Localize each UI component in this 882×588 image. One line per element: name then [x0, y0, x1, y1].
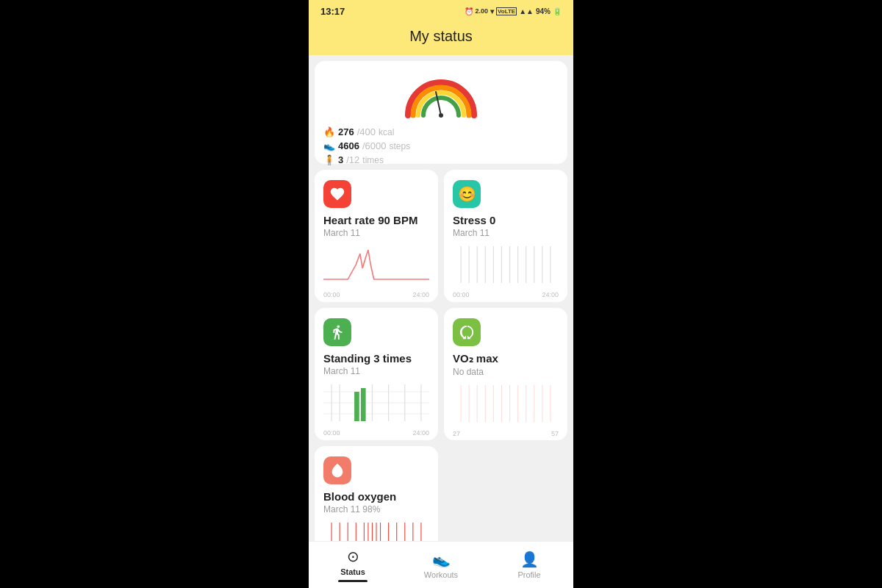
battery-text: 94%	[536, 7, 551, 15]
heart-rate-chart: 00:00 24:00	[323, 243, 429, 295]
stress-time-end: 24:00	[542, 291, 559, 298]
standing-date: March 11	[323, 366, 429, 376]
profile-nav-icon: 👤	[520, 551, 539, 568]
wifi-icon: ▾	[490, 7, 494, 15]
stress-title: Stress 0	[453, 214, 559, 226]
standing-chart: 00:00 24:00	[323, 381, 429, 433]
svg-rect-17	[354, 392, 359, 421]
stress-date: March 11	[453, 228, 559, 238]
nav-profile[interactable]: 👤 Profile	[485, 542, 573, 588]
times-stat: 🧍 3/12 times	[323, 154, 559, 165]
stress-time-start: 00:00	[453, 291, 470, 298]
svg-point-1	[439, 113, 443, 118]
signal-bars: ▲▲	[519, 7, 534, 15]
standing-card[interactable]: Standing 3 times March 11	[315, 308, 438, 440]
hr-time-end: 24:00	[412, 291, 429, 298]
nav-status[interactable]: ⊙ Status	[309, 542, 397, 588]
stress-card[interactable]: 😊 Stress 0 March 11	[444, 170, 567, 302]
page-title: My status	[409, 28, 473, 44]
activity-arc	[323, 71, 559, 119]
vo2-range-end: 57	[551, 430, 559, 437]
standing-time-end: 24:00	[412, 429, 429, 437]
workouts-nav-icon: 👟	[432, 551, 451, 568]
steps-stat: 👟 4606/6000 steps	[323, 140, 559, 151]
hr-time-start: 00:00	[323, 291, 340, 298]
blood-oxygen-icon	[323, 456, 351, 484]
heart-rate-icon	[323, 180, 351, 208]
status-nav-icon: ⊙	[347, 548, 359, 565]
bottom-nav: ⊙ Status 👟 Workouts 👤 Profile	[309, 541, 573, 588]
vo2-range-start: 27	[453, 430, 460, 437]
kcal-stat: 🔥 276/400 kcal	[323, 126, 559, 137]
battery-icon: 🔋	[553, 7, 562, 15]
alarm-icon: ⏰	[465, 7, 473, 15]
vo2-chart: 27 57	[453, 381, 559, 433]
signal-text: 2.00	[476, 7, 489, 15]
status-nav-underline	[338, 580, 368, 582]
blood-oxygen-card[interactable]: Blood oxygen March 11 98%	[315, 446, 438, 541]
standing-time-start: 00:00	[323, 429, 340, 437]
stats-list: 🔥 276/400 kcal 👟 4606/6000 steps 🧍 3/12 …	[323, 126, 559, 165]
vo2-card[interactable]: VO₂ max No data 27	[444, 308, 567, 440]
phone-frame: 13:17 ⏰ 2.00 ▾ VoLTE ▲▲ 94% 🔋 My status	[309, 0, 573, 588]
page-header: My status	[309, 21, 573, 55]
profile-nav-label: Profile	[517, 570, 540, 579]
status-nav-label: Status	[340, 567, 365, 576]
heart-rate-title: Heart rate 90 BPM	[323, 214, 429, 226]
nav-workouts[interactable]: 👟 Workouts	[397, 542, 485, 588]
heart-rate-date: March 11	[323, 228, 429, 238]
blood-oxygen-date: March 11 98%	[323, 504, 429, 514]
volte-icon: VoLTE	[496, 7, 517, 15]
vo2-subtitle: No data	[453, 367, 559, 377]
svg-line-0	[436, 92, 441, 115]
standing-icon	[323, 318, 351, 346]
stress-chart: 00:00 24:00	[453, 243, 559, 295]
status-icons: ⏰ 2.00 ▾ VoLTE ▲▲ 94% 🔋	[465, 7, 562, 15]
blood-oxygen-title: Blood oxygen	[323, 490, 429, 503]
heart-rate-card[interactable]: Heart rate 90 BPM March 11 00:00 24:00	[315, 170, 438, 302]
time: 13:17	[320, 6, 345, 17]
standing-title: Standing 3 times	[323, 352, 429, 365]
vo2-icon	[453, 318, 481, 346]
content-area: 🔥 276/400 kcal 👟 4606/6000 steps 🧍 3/12 …	[309, 55, 573, 541]
blood-oxygen-chart: 00:00 24:00	[323, 519, 429, 541]
stress-icon: 😊	[453, 180, 481, 208]
activity-card[interactable]: 🔥 276/400 kcal 👟 4606/6000 steps 🧍 3/12 …	[315, 61, 567, 164]
workouts-nav-label: Workouts	[424, 570, 458, 579]
svg-rect-18	[361, 388, 366, 421]
status-bar: 13:17 ⏰ 2.00 ▾ VoLTE ▲▲ 94% 🔋	[309, 0, 573, 21]
vo2-title: VO₂ max	[453, 352, 559, 365]
